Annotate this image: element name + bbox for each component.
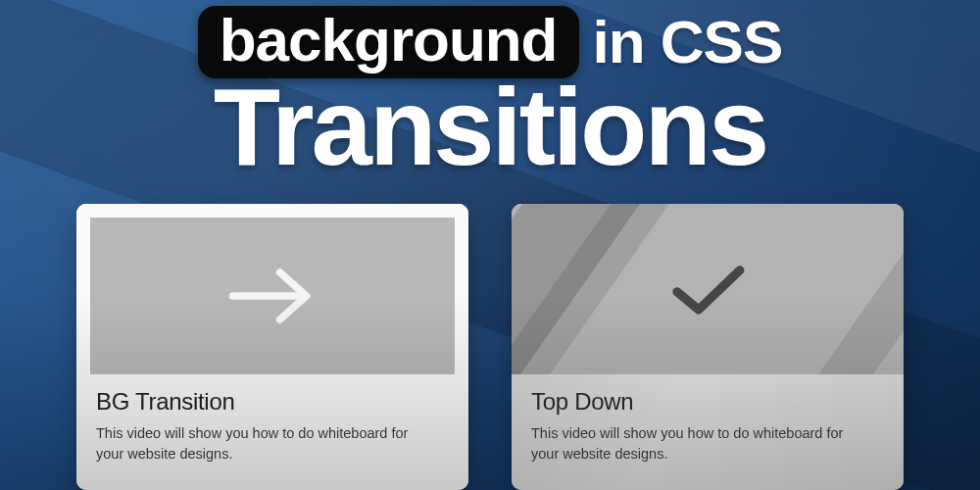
- title-rest: in CSS: [593, 12, 783, 73]
- card-hero: [512, 204, 904, 374]
- card-top-down[interactable]: Top Down This video will show you how to…: [512, 204, 904, 490]
- card-hero: [76, 204, 468, 374]
- card-title: BG Transition: [96, 388, 449, 416]
- title-line-2: Transitions: [0, 73, 980, 182]
- card-body: BG Transition This video will show you h…: [76, 374, 468, 490]
- checkmark-icon: [661, 258, 755, 320]
- card-description: This video will show you how to do white…: [531, 423, 855, 465]
- card-body: Top Down This video will show you how to…: [512, 374, 904, 490]
- card-bg-transition[interactable]: BG Transition This video will show you h…: [76, 204, 468, 490]
- card-description: This video will show you how to do white…: [96, 423, 419, 465]
- page-title-block: background in CSS Transitions: [0, 6, 980, 182]
- cards-row: BG Transition This video will show you h…: [0, 204, 980, 490]
- card-title: Top Down: [531, 388, 884, 416]
- page-background: background in CSS Transitions BG Transit…: [0, 0, 980, 490]
- decorative-stripe: [818, 204, 904, 374]
- arrow-right-icon: [225, 261, 319, 331]
